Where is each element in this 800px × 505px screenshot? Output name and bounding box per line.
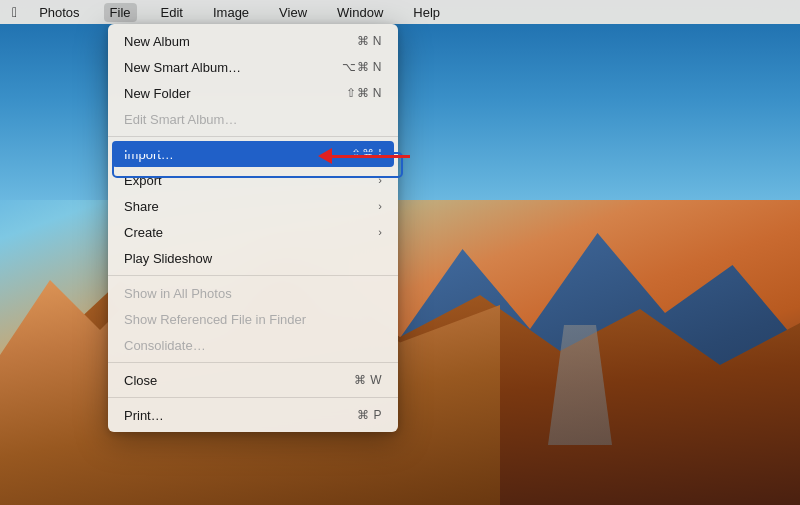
menu-item-new-folder[interactable]: New Folder ⇧⌘ N [108, 80, 398, 106]
menubar-view[interactable]: View [273, 3, 313, 22]
menu-item-consolidate: Consolidate… [108, 332, 398, 358]
menu-item-edit-smart-album: Edit Smart Album… [108, 106, 398, 132]
menu-item-new-smart-album[interactable]: New Smart Album… ⌥⌘ N [108, 54, 398, 80]
menubar-window[interactable]: Window [331, 3, 389, 22]
menu-item-show-referenced: Show Referenced File in Finder [108, 306, 398, 332]
menubar-edit[interactable]: Edit [155, 3, 189, 22]
menu-item-print[interactable]: Print… ⌘ P [108, 402, 398, 428]
menubar-items: Photos File Edit Image View Window Help [33, 3, 446, 22]
menu-item-new-album[interactable]: New Album ⌘ N [108, 28, 398, 54]
menu-item-close[interactable]: Close ⌘ W [108, 367, 398, 393]
separator-4 [108, 397, 398, 398]
menu-item-show-all-photos: Show in All Photos [108, 280, 398, 306]
menubar-file[interactable]: File [104, 3, 137, 22]
separator-3 [108, 362, 398, 363]
menu-item-export[interactable]: Export › [108, 167, 398, 193]
menu-item-create[interactable]: Create › [108, 219, 398, 245]
menubar-photos[interactable]: Photos [33, 3, 85, 22]
file-menu-dropdown: New Album ⌘ N New Smart Album… ⌥⌘ N New … [108, 24, 398, 432]
menubar-help[interactable]: Help [407, 3, 446, 22]
menubar:  Photos File Edit Image View Window Hel… [0, 0, 800, 24]
menu-item-play-slideshow[interactable]: Play Slideshow [108, 245, 398, 271]
menubar-image[interactable]: Image [207, 3, 255, 22]
separator-1 [108, 136, 398, 137]
apple-menu-icon[interactable]:  [12, 4, 17, 20]
arrow-line [330, 155, 410, 158]
separator-2 [108, 275, 398, 276]
menu-item-share[interactable]: Share › [108, 193, 398, 219]
arrow-indicator [318, 148, 410, 164]
